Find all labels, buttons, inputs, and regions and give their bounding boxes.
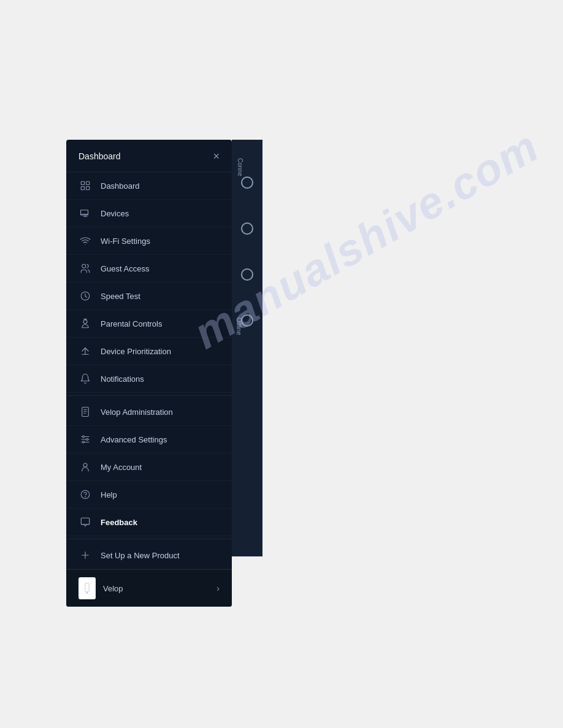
- sidebar-item-parental-controls[interactable]: Parental Controls: [66, 310, 232, 338]
- svg-rect-26: [85, 583, 89, 592]
- devices-icon: [79, 207, 92, 220]
- sidebar-item-velop-administration[interactable]: Velop Administration: [66, 398, 232, 426]
- sidebar-item-my-account[interactable]: My Account: [66, 453, 232, 481]
- sidebar-item-label: Guest Access: [101, 264, 149, 273]
- sidebar-item-help[interactable]: Help: [66, 481, 232, 509]
- sidebar-item-label: Devices: [101, 209, 129, 218]
- sidebar-item-label: Notifications: [101, 374, 144, 384]
- sidebar-item-label: Set Up a New Product: [101, 551, 180, 560]
- svg-point-20: [83, 463, 87, 467]
- dashboard-icon: [79, 179, 92, 192]
- sidebar-header: Dashboard ×: [66, 140, 232, 172]
- plus-icon: [79, 548, 92, 562]
- sidebar-item-device-prioritization[interactable]: Device Prioritization: [66, 338, 232, 365]
- nav-divider: [66, 395, 232, 396]
- sidebar-footer[interactable]: Velop ›: [66, 569, 232, 607]
- offline-label: Offline: [236, 317, 242, 335]
- svg-point-5: [82, 264, 86, 268]
- priority-icon: [79, 344, 92, 358]
- svg-point-21: [81, 490, 90, 499]
- nav-divider-2: [66, 539, 232, 539]
- svg-point-17: [83, 436, 85, 438]
- svg-rect-23: [81, 518, 90, 525]
- sidebar-item-label: Velop Administration: [101, 408, 173, 417]
- sidebar-item-wifi-settings[interactable]: Wi-Fi Settings: [66, 227, 232, 255]
- svg-point-19: [83, 441, 85, 443]
- notification-icon: [79, 372, 92, 385]
- feedback-icon: [79, 515, 92, 529]
- device-thumbnail: [79, 577, 96, 599]
- sidebar-item-devices[interactable]: Devices: [66, 200, 232, 227]
- sidebar-item-setup[interactable]: Set Up a New Product: [66, 542, 232, 569]
- sidebar-item-feedback[interactable]: Feedback: [66, 509, 232, 536]
- sidebar-nav: Dashboard Devices Wi-Fi Settings Guest A…: [66, 172, 232, 569]
- svg-rect-0: [81, 181, 84, 184]
- sidebar-item-label: Wi-Fi Settings: [101, 237, 150, 246]
- right-panel: Conne Offline: [232, 140, 262, 556]
- footer-left: Velop: [79, 577, 123, 599]
- guest-icon: [79, 262, 92, 275]
- connected-label: Conne: [237, 158, 243, 176]
- sidebar-title: Dashboard: [79, 151, 121, 161]
- svg-point-18: [86, 439, 88, 441]
- sidebar: Dashboard × Dashboard Devices Wi-Fi Sett…: [66, 140, 232, 607]
- sidebar-item-label: Feedback: [101, 518, 137, 527]
- sidebar-item-label: Advanced Settings: [101, 435, 167, 444]
- speed-icon: [79, 289, 92, 303]
- chevron-right-icon: ›: [216, 583, 220, 593]
- sidebar-item-notifications[interactable]: Notifications: [66, 365, 232, 393]
- admin-icon: [79, 405, 92, 419]
- sidebar-item-label: Dashboard: [101, 181, 140, 191]
- sidebar-item-label: Speed Test: [101, 292, 140, 301]
- sidebar-item-speed-test[interactable]: Speed Test: [66, 282, 232, 310]
- parental-icon: [79, 317, 92, 330]
- close-button[interactable]: ×: [213, 151, 220, 162]
- sidebar-item-label: Parental Controls: [101, 319, 162, 328]
- sidebar-item-label: Help: [101, 490, 117, 499]
- account-icon: [79, 460, 92, 474]
- wifi-icon: [79, 234, 92, 248]
- svg-rect-3: [86, 187, 90, 190]
- radio-circle-1: [241, 176, 253, 189]
- settings-icon: [79, 433, 92, 446]
- sidebar-item-guest-access[interactable]: Guest Access: [66, 255, 232, 282]
- footer-device-name: Velop: [103, 584, 123, 593]
- svg-rect-2: [81, 187, 84, 190]
- radio-circle-4: [241, 314, 253, 327]
- sidebar-item-label: My Account: [101, 463, 142, 472]
- help-icon: [79, 488, 92, 501]
- sidebar-item-label: Device Prioritization: [101, 347, 171, 356]
- sidebar-item-dashboard[interactable]: Dashboard: [66, 172, 232, 200]
- sidebar-item-advanced-settings[interactable]: Advanced Settings: [66, 426, 232, 453]
- svg-point-7: [83, 320, 87, 324]
- radio-circle-2: [241, 222, 253, 235]
- svg-rect-1: [86, 181, 90, 184]
- radio-circle-3: [241, 268, 253, 281]
- svg-rect-10: [82, 408, 89, 417]
